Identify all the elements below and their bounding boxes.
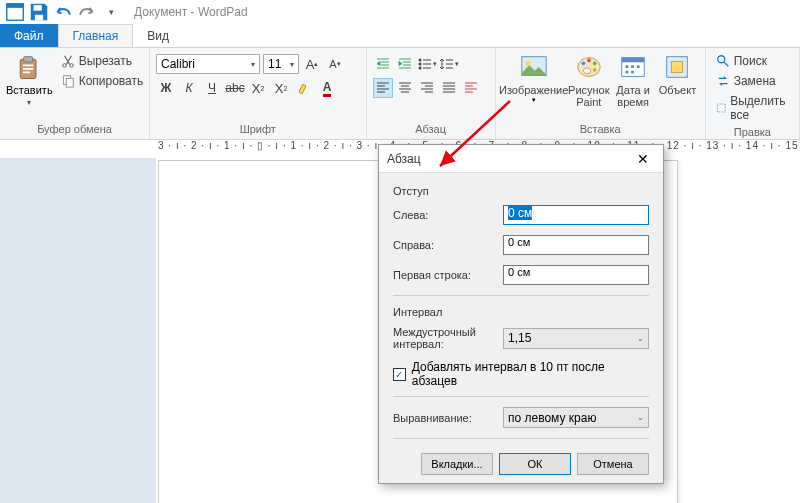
right-indent-input[interactable]: 0 см xyxy=(503,235,649,255)
decrease-indent-icon[interactable] xyxy=(373,54,393,74)
group-font-label: Шрифт xyxy=(156,121,360,137)
alignment-label: Выравнивание: xyxy=(393,412,503,424)
group-paragraph: ▾ ▾ Абзац xyxy=(367,48,496,139)
replace-button[interactable]: Замена xyxy=(712,72,780,90)
undo-icon[interactable] xyxy=(52,1,74,23)
underline-icon[interactable]: Ч xyxy=(202,78,222,98)
align-center-icon[interactable] xyxy=(395,78,415,98)
highlight-icon[interactable] xyxy=(294,78,314,98)
svg-rect-8 xyxy=(23,72,30,74)
tab-file[interactable]: Файл xyxy=(0,24,58,47)
font-color-icon[interactable]: A xyxy=(317,78,337,98)
font-size-combo[interactable]: 11▾ xyxy=(263,54,299,74)
svg-rect-6 xyxy=(23,65,34,67)
svg-rect-5 xyxy=(24,57,33,62)
superscript-icon[interactable]: X2 xyxy=(271,78,291,98)
svg-point-28 xyxy=(717,56,724,63)
insert-paint-button[interactable]: Рисунок Paint xyxy=(568,50,610,108)
first-line-input[interactable]: 0 см xyxy=(503,265,649,285)
font-name-combo[interactable]: Calibri▾ xyxy=(156,54,260,74)
close-icon[interactable]: ✕ xyxy=(631,147,655,171)
replace-label: Замена xyxy=(734,74,776,88)
bullets-icon[interactable]: ▾ xyxy=(417,54,437,74)
svg-point-21 xyxy=(593,61,597,65)
insert-date-label: Дата и время xyxy=(612,84,654,108)
copy-button[interactable]: Копировать xyxy=(57,72,148,90)
paste-button[interactable]: Вставить ▾ xyxy=(6,50,53,107)
paragraph-dialog: Абзац ✕ Отступ Слева: 0 см Справа: 0 см … xyxy=(378,144,664,484)
group-paragraph-label: Абзац xyxy=(373,121,489,137)
svg-point-14 xyxy=(418,63,421,66)
shrink-font-icon[interactable]: A▾ xyxy=(325,54,345,74)
svg-rect-25 xyxy=(622,58,645,63)
add-space-label: Добавлять интервал в 10 пт после абзацев xyxy=(412,360,649,388)
svg-rect-12 xyxy=(66,78,73,87)
left-indent-label: Слева: xyxy=(393,209,503,221)
tabs-button[interactable]: Вкладки... xyxy=(421,453,493,475)
svg-rect-7 xyxy=(23,68,34,70)
subscript-icon[interactable]: X2 xyxy=(248,78,268,98)
redo-icon[interactable] xyxy=(76,1,98,23)
svg-rect-2 xyxy=(34,5,42,11)
align-justify-icon[interactable] xyxy=(439,78,459,98)
divider xyxy=(393,438,649,439)
group-font: Calibri▾ 11▾ A▴ A▾ Ж К Ч abc X2 X2 A Шри… xyxy=(150,48,367,139)
strike-icon[interactable]: abc xyxy=(225,78,245,98)
save-icon[interactable] xyxy=(28,1,50,23)
spacing-section-label: Интервал xyxy=(393,306,649,318)
increase-indent-icon[interactable] xyxy=(395,54,415,74)
find-button[interactable]: Поиск xyxy=(712,52,771,70)
insert-object-button[interactable]: Объект xyxy=(656,50,698,96)
insert-image-button[interactable]: Изображение ▾ xyxy=(502,50,566,104)
group-insert-label: Вставка xyxy=(502,121,699,137)
menu-icon[interactable] xyxy=(4,1,26,23)
alignment-select[interactable]: по левому краю⌄ xyxy=(503,407,649,428)
svg-rect-27 xyxy=(672,61,683,72)
svg-rect-1 xyxy=(7,4,24,8)
dialog-title: Абзац xyxy=(387,152,421,166)
paste-label: Вставить xyxy=(6,84,53,96)
tab-view[interactable]: Вид xyxy=(133,24,183,47)
indent-section-label: Отступ xyxy=(393,185,649,197)
tab-home[interactable]: Главная xyxy=(58,24,134,47)
svg-point-9 xyxy=(62,64,66,68)
cancel-button[interactable]: Отмена xyxy=(577,453,649,475)
svg-rect-29 xyxy=(717,104,725,112)
svg-point-15 xyxy=(418,67,421,70)
cut-button[interactable]: Вырезать xyxy=(57,52,148,70)
group-edit-label: Правка xyxy=(712,124,793,140)
bold-icon[interactable]: Ж xyxy=(156,78,176,98)
svg-point-22 xyxy=(593,68,597,72)
linespacing-select[interactable]: 1,15⌄ xyxy=(503,328,649,349)
paragraph-dialog-icon[interactable] xyxy=(461,78,481,98)
first-line-label: Первая строка: xyxy=(393,269,503,281)
ok-button[interactable]: ОК xyxy=(499,453,571,475)
divider xyxy=(393,396,649,397)
svg-rect-3 xyxy=(35,15,43,21)
titlebar: ▾ Документ - WordPad xyxy=(0,0,800,24)
svg-point-23 xyxy=(583,68,591,74)
svg-point-20 xyxy=(587,59,591,63)
insert-paint-label: Рисунок Paint xyxy=(568,84,610,108)
svg-point-13 xyxy=(418,59,421,62)
italic-icon[interactable]: К xyxy=(179,78,199,98)
grow-font-icon[interactable]: A▴ xyxy=(302,54,322,74)
select-all-label: Выделить все xyxy=(730,94,789,122)
line-spacing-icon[interactable]: ▾ xyxy=(439,54,459,74)
qat-dropdown-icon[interactable]: ▾ xyxy=(100,1,122,23)
cut-label: Вырезать xyxy=(79,54,132,68)
window-title: Документ - WordPad xyxy=(134,5,248,19)
dialog-titlebar[interactable]: Абзац ✕ xyxy=(379,145,663,173)
group-clipboard: Вставить ▾ Вырезать Копировать Буфер обм… xyxy=(0,48,150,139)
select-all-button[interactable]: Выделить все xyxy=(712,92,793,124)
divider xyxy=(393,295,649,296)
align-right-icon[interactable] xyxy=(417,78,437,98)
quick-access-toolbar: ▾ xyxy=(4,1,122,23)
insert-date-button[interactable]: Дата и время xyxy=(612,50,654,108)
find-label: Поиск xyxy=(734,54,767,68)
left-indent-input[interactable]: 0 см xyxy=(503,205,649,225)
right-indent-label: Справа: xyxy=(393,239,503,251)
add-space-checkbox[interactable]: ✓ xyxy=(393,368,406,381)
align-left-icon[interactable] xyxy=(373,78,393,98)
group-insert: Изображение ▾ Рисунок Paint Дата и время… xyxy=(496,48,706,139)
